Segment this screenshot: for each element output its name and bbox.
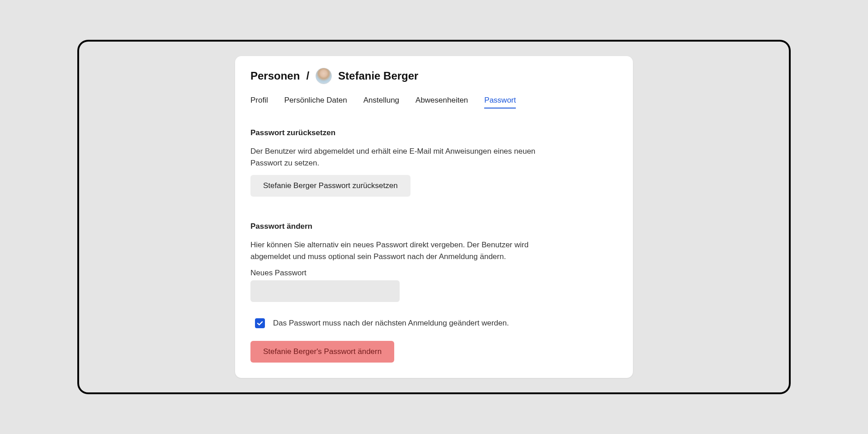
tab-persoenliche-daten[interactable]: Persönliche Daten: [284, 96, 347, 108]
tabs: Profil Persönliche Daten Anstellung Abwe…: [250, 96, 618, 108]
force-change-checkbox[interactable]: [255, 318, 265, 328]
breadcrumb-person-name: Stefanie Berger: [338, 70, 418, 82]
reset-password-description: Der Benutzer wird abgemeldet und erhält …: [250, 146, 549, 169]
breadcrumb-separator: /: [306, 70, 309, 82]
tab-anstellung[interactable]: Anstellung: [363, 96, 399, 108]
reset-password-heading: Passwort zurücksetzen: [250, 128, 618, 137]
avatar: [316, 68, 332, 84]
new-password-label: Neues Passwort: [250, 269, 618, 278]
page-background: Personen / Stefanie Berger Profil Persön…: [79, 42, 789, 392]
breadcrumb-root-link[interactable]: Personen: [250, 70, 300, 82]
force-change-checkbox-row: Das Passwort muss nach der nächsten Anme…: [255, 318, 618, 328]
reset-password-button[interactable]: Stefanie Berger Passwort zurücksetzen: [250, 175, 410, 197]
check-icon: [256, 320, 264, 327]
tab-profil[interactable]: Profil: [250, 96, 268, 108]
new-password-input[interactable]: [250, 280, 400, 302]
settings-card: Personen / Stefanie Berger Profil Persön…: [235, 56, 633, 378]
force-change-checkbox-label: Das Passwort muss nach der nächsten Anme…: [273, 319, 509, 328]
change-password-button[interactable]: Stefanie Berger's Passwort ändern: [250, 341, 394, 363]
reset-password-section: Passwort zurücksetzen Der Benutzer wird …: [250, 128, 618, 197]
tab-abwesenheiten[interactable]: Abwesenheiten: [415, 96, 468, 108]
change-password-description: Hier können Sie alternativ ein neues Pas…: [250, 239, 549, 262]
outer-frame: Personen / Stefanie Berger Profil Persön…: [77, 40, 791, 394]
breadcrumb: Personen / Stefanie Berger: [250, 68, 618, 84]
change-password-section: Passwort ändern Hier können Sie alternat…: [250, 222, 618, 363]
tab-passwort[interactable]: Passwort: [484, 96, 516, 108]
change-password-heading: Passwort ändern: [250, 222, 618, 231]
